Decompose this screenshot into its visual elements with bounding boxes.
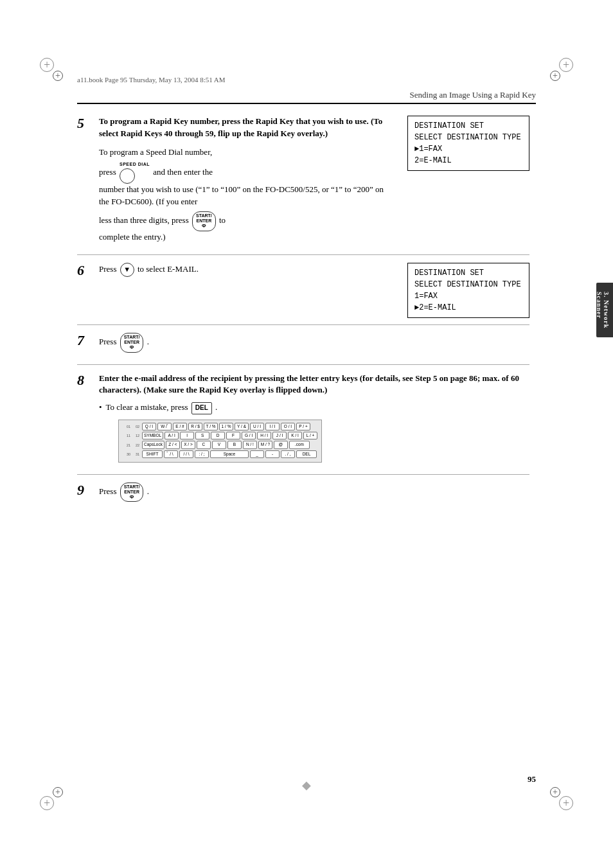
kb-key-b[interactable]: B	[227, 441, 242, 448]
kb-key-g[interactable]: G / I	[242, 432, 256, 439]
kb-key-shift[interactable]: SHIFT	[142, 450, 163, 458]
kb-key-del-kb[interactable]: DEL	[296, 450, 317, 458]
kb-row-2: 11 12 SYMBOL A / I I S D F G / I H / I J…	[123, 432, 317, 439]
kb-key-f[interactable]: F	[226, 432, 240, 439]
down-arrow-button[interactable]: ▼	[120, 263, 134, 277]
reg-mark-top-right	[559, 58, 573, 72]
page-container: a11.book Page 95 Thursday, May 13, 2004 …	[0, 0, 613, 868]
kb-key-1[interactable]: 1 / %	[219, 423, 233, 430]
kb-key-w[interactable]: W / ̂	[157, 423, 172, 430]
step8-block: 8 Enter the e-mail address of the recipi…	[77, 373, 529, 463]
divider-5-6	[77, 254, 529, 255]
lcd-display-2: DESTINATION SET SELECT DESTINATION TYPE …	[407, 263, 529, 318]
bottom-center-mark: ◆	[302, 778, 311, 792]
step6-number: 6	[77, 263, 95, 278]
kb-key-underscore[interactable]: _	[250, 450, 264, 458]
kb-key-symbol[interactable]: SYMBOL	[142, 432, 163, 439]
kb-row-1: 01 02 Q / I W / ̂ E / # R / $ T / % 1 / …	[123, 423, 317, 430]
lcd1-line3: ►1=FAX	[414, 143, 522, 155]
kb-key-dotcom[interactable]: .com	[289, 441, 310, 448]
step6-text: Press ▼ to select E-MAIL.	[99, 263, 388, 277]
kb-key-s[interactable]: S	[195, 432, 209, 439]
step9-number: 9	[77, 483, 95, 498]
kb-key-o[interactable]: O / I	[281, 423, 295, 430]
divider-8-9	[77, 474, 529, 475]
step5-sub5: complete the entry.)	[99, 231, 388, 244]
step6-left: 6 Press ▼ to select E-MAIL.	[77, 263, 388, 278]
kb-key-capslock[interactable]: CapsLock	[142, 441, 164, 448]
step5-left: 5 To program a Rapid Key number, press t…	[77, 116, 388, 243]
kb-key-q[interactable]: Q / I	[142, 423, 156, 430]
reg-mark-inner-top-right	[550, 71, 560, 81]
lcd1-line4: 2=E-MAIL	[414, 155, 522, 166]
step9-content: Press START/ENTERΦ .	[99, 483, 529, 502]
kb-key-i-key[interactable]: I	[180, 432, 194, 439]
kb-key-colon[interactable]: : / ;	[195, 450, 209, 458]
kb-key-j[interactable]: J / I	[272, 432, 287, 439]
kb-key-period[interactable]: . / ,	[281, 450, 295, 458]
reg-mark-inner-bottom-right	[550, 787, 560, 797]
kb-key-z[interactable]: Z / <	[166, 441, 180, 448]
side-tab-line1: 3. Network	[603, 292, 610, 328]
step8-bullet: • To clear a mistake, press DEL .	[99, 402, 529, 414]
step5-number: 5	[77, 116, 95, 131]
start-enter-button-step7[interactable]: START/ENTERΦ	[120, 333, 144, 352]
content-area: 5 To program a Rapid Key number, press t…	[77, 102, 529, 513]
kb-key-n[interactable]: N / !	[243, 441, 257, 448]
step5-sub2: press SPEED DIAL and then enter the	[99, 161, 388, 184]
step5-block: 5 To program a Rapid Key number, press t…	[77, 116, 529, 243]
divider-6-7	[77, 324, 529, 325]
lcd2-line3: 1=FAX	[414, 290, 522, 302]
del-button[interactable]: DEL	[191, 402, 212, 414]
kb-row-3: 21 22 CapsLock Z / < X / > C V B N / ! M…	[123, 441, 317, 448]
start-enter-button-step5[interactable]: START/ENTERΦ	[192, 211, 216, 231]
step7-block: 7 Press START/ENTERΦ .	[77, 333, 529, 352]
file-info: a11.book Page 95 Thursday, May 13, 2004 …	[77, 76, 226, 84]
step6-block: 6 Press ▼ to select E-MAIL. DESTINATION …	[77, 263, 529, 318]
kb-key-slash[interactable]: ̂ / \	[164, 450, 178, 458]
step5-sub3: number that you wish to use (“1” to “100…	[99, 184, 388, 208]
kb-key-t[interactable]: T / %	[204, 423, 218, 430]
keyboard-container: 01 02 Q / I W / ̂ E / # R / $ T / % 1 / …	[118, 420, 529, 463]
side-tab-line2: Scanner	[596, 292, 603, 319]
kb-row-4: 30 31 SHIFT ̂ / \ / / \ : / ; Space _ - …	[123, 450, 317, 458]
step6-lcd: DESTINATION SET SELECT DESTINATION TYPE …	[397, 263, 529, 318]
kb-key-m[interactable]: M / ?	[258, 441, 272, 448]
kb-key-u[interactable]: U / I	[250, 423, 264, 430]
kb-key-k[interactable]: K / I	[288, 432, 302, 439]
divider-7-8	[77, 364, 529, 365]
kb-key-x[interactable]: X / >	[181, 441, 195, 448]
lcd2-line1: DESTINATION SET	[414, 267, 522, 279]
step8-content: Enter the e-mail address of the recipien…	[99, 373, 529, 463]
step5-sub4: less than three digits, press START/ENTE…	[99, 211, 388, 231]
kb-key-c[interactable]: C	[197, 441, 211, 448]
step8-number: 8	[77, 373, 95, 388]
bullet-dot: •	[99, 402, 102, 412]
header-title: Sending an Image Using a Rapid Key	[77, 90, 536, 100]
step7-text: Press START/ENTERΦ .	[99, 333, 529, 352]
speed-dial-button[interactable]: SPEED DIAL	[120, 161, 150, 184]
page-number: 95	[528, 774, 536, 784]
step5-content: To program a Rapid Key number, press the…	[99, 116, 388, 243]
step9-text: Press START/ENTERΦ .	[99, 483, 529, 502]
lcd1-line2: SELECT DESTINATION TYPE	[414, 132, 522, 143]
kb-key-v[interactable]: V	[212, 441, 226, 448]
step5-sub1: To program a Speed Dial number,	[99, 146, 388, 159]
kb-key-slashslash[interactable]: / / \	[179, 450, 193, 458]
kb-key-a[interactable]: A / I	[164, 432, 179, 439]
kb-key-e[interactable]: E / #	[173, 423, 187, 430]
kb-key-y[interactable]: Y / &	[235, 423, 249, 430]
step8-bullet-text: To clear a mistake, press DEL .	[106, 402, 218, 414]
kb-key-r[interactable]: R / $	[188, 423, 202, 430]
kb-key-d[interactable]: D	[211, 432, 225, 439]
kb-key-space[interactable]: Space	[210, 450, 249, 458]
kb-key-p[interactable]: P / +	[296, 423, 310, 430]
keyboard-image: 01 02 Q / I W / ̂ E / # R / $ T / % 1 / …	[118, 420, 322, 463]
kb-key-l[interactable]: L / +	[303, 432, 317, 439]
kb-key-at[interactable]: @	[274, 441, 288, 448]
kb-key-i[interactable]: I / I	[265, 423, 280, 430]
step7-number: 7	[77, 333, 95, 348]
start-enter-button-step9[interactable]: START/ENTERΦ	[120, 483, 144, 502]
kb-key-h[interactable]: H / I	[257, 432, 271, 439]
kb-key-dash[interactable]: -	[265, 450, 280, 458]
